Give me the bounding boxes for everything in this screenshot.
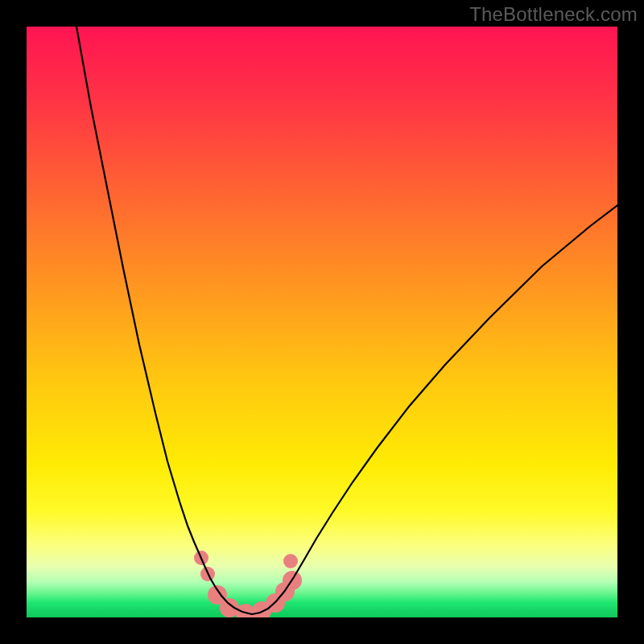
watermark-text: TheBottleneck.com: [469, 3, 638, 26]
dip-markers: [194, 551, 302, 617]
right-curve: [252, 205, 617, 614]
plot-area: [27, 27, 617, 617]
dip-marker-dot: [283, 554, 298, 568]
curves-layer: [27, 27, 617, 617]
chart-frame: TheBottleneck.com: [0, 0, 644, 644]
left-curve: [76, 27, 252, 614]
